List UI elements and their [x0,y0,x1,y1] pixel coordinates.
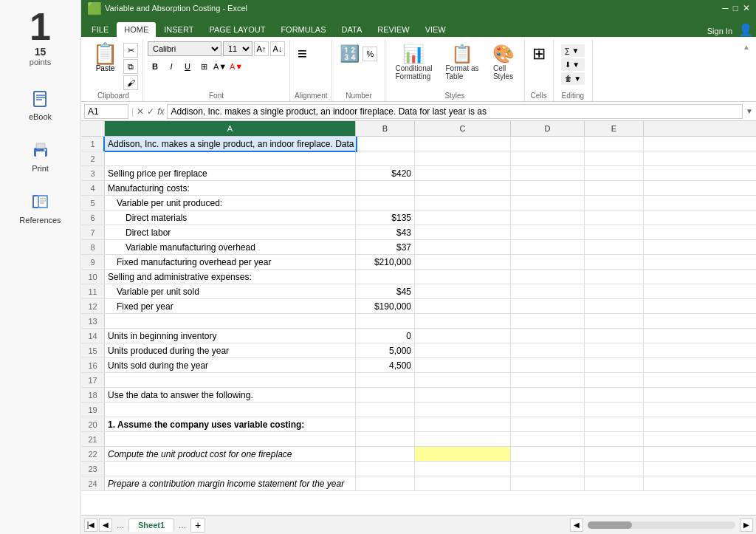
cell-E14[interactable] [585,329,644,343]
cell-D23[interactable] [511,462,585,476]
cell-A8[interactable]: Variable manufacturing overhead [105,240,356,254]
cell-C3[interactable] [415,166,511,180]
cell-C14[interactable] [415,329,511,343]
cell-B21[interactable] [356,432,415,446]
cell-D10[interactable] [511,270,585,284]
col-header-D[interactable]: D [511,121,585,136]
cell-D7[interactable] [511,225,585,239]
cell-D6[interactable] [511,210,585,225]
cell-A22[interactable]: Compute the unit product cost for one fi… [105,447,356,461]
font-name-select[interactable]: Calibri [148,41,221,56]
col-header-C[interactable]: C [415,121,511,136]
cell-B5[interactable] [356,196,415,210]
cell-E24[interactable] [585,476,644,490]
cell-B15[interactable]: 5,000 [356,343,415,357]
cell-C5[interactable] [415,196,511,210]
cell-C4[interactable] [415,181,511,195]
sidebar-item-references[interactable]: References [11,188,70,227]
cell-E5[interactable] [585,196,644,210]
sheet-tab-sheet1[interactable]: Sheet1 [128,518,174,532]
cell-B4[interactable] [356,181,415,195]
font-color-button[interactable]: A▼ [229,59,244,74]
cell-C22[interactable] [415,447,511,461]
cell-D8[interactable] [511,240,585,254]
cell-E12[interactable] [585,299,644,313]
cell-C20[interactable] [415,417,511,431]
minimize-icon[interactable]: ─ [722,3,729,13]
cell-B20[interactable] [356,417,415,431]
cell-D16[interactable] [511,358,585,372]
clear-button[interactable]: 🗑 ▼ [561,72,585,85]
cell-C7[interactable] [415,225,511,239]
cell-D9[interactable] [511,255,585,269]
cell-D14[interactable] [511,329,585,343]
cell-B2[interactable] [356,151,415,165]
tab-home[interactable]: HOME [117,22,156,37]
cell-E3[interactable] [585,166,644,180]
cell-E11[interactable] [585,284,644,298]
cell-D4[interactable] [511,181,585,195]
ribbon-expand-icon[interactable]: ▲ [743,43,750,51]
grid-body[interactable]: 1 Addison, Inc. makes a single product, … [81,137,756,515]
cell-B23[interactable] [356,462,415,476]
cell-C23[interactable] [415,462,511,476]
maximize-icon[interactable]: □ [733,3,738,13]
scroll-thumb[interactable] [588,521,632,529]
cell-D24[interactable] [511,476,585,490]
cell-A23[interactable] [105,462,356,476]
cell-C12[interactable] [415,299,511,313]
cell-B1[interactable] [356,137,415,151]
cell-D21[interactable] [511,432,585,446]
cell-B18[interactable] [356,388,415,402]
number-icon[interactable]: 🔢 [340,44,360,64]
cell-E19[interactable] [585,403,644,417]
cell-E6[interactable] [585,210,644,225]
cell-B6[interactable]: $135 [356,210,415,225]
conditional-formatting-button[interactable]: 📊 ConditionalFormatting [390,41,437,83]
cell-A3[interactable]: Selling price per fireplace [105,166,356,180]
cell-A9[interactable]: Fixed manufacturing overhead per year [105,255,356,269]
cell-E16[interactable] [585,358,644,372]
tab-review[interactable]: REVIEW [370,22,416,37]
cell-B14[interactable]: 0 [356,329,415,343]
cell-C8[interactable] [415,240,511,254]
cell-C6[interactable] [415,210,511,225]
col-header-A[interactable]: A [105,121,356,136]
cell-E23[interactable] [585,462,644,476]
font-shrink-button[interactable]: A↓ [270,41,285,56]
cell-D17[interactable] [511,373,585,387]
cell-E22[interactable] [585,447,644,461]
sidebar-item-print[interactable]: Print [11,136,70,176]
cell-D5[interactable] [511,196,585,210]
format-painter-button[interactable]: 🖌 [123,75,138,90]
formula-bar-check-icon[interactable]: ✓ [147,106,154,117]
copy-button[interactable]: ⧉ [123,59,138,74]
cell-D3[interactable] [511,166,585,180]
cell-B19[interactable] [356,403,415,417]
cell-E17[interactable] [585,373,644,387]
cell-B22[interactable] [356,447,415,461]
autosum-button[interactable]: ∑ ▼ [561,44,585,57]
cell-D11[interactable] [511,284,585,298]
cell-D1[interactable] [511,137,585,151]
cell-C15[interactable] [415,343,511,357]
cut-button[interactable]: ✂ [123,43,138,58]
underline-button[interactable]: U [180,59,195,74]
formula-input[interactable] [167,104,743,119]
cell-A1[interactable]: Addison, Inc. makes a single product, an… [105,137,356,151]
cell-B13[interactable] [356,314,415,328]
cell-C10[interactable] [415,270,511,284]
tab-file[interactable]: FILE [84,22,116,37]
cell-E15[interactable] [585,343,644,357]
cell-D2[interactable] [511,151,585,165]
cell-A20[interactable]: 1. Assume the company uses variable cost… [105,417,356,431]
cell-B11[interactable]: $45 [356,284,415,298]
cell-A11[interactable]: Variable per unit sold [105,284,356,298]
cell-A5[interactable]: Variable per unit produced: [105,196,356,210]
cell-reference-input[interactable] [84,104,128,119]
cell-A10[interactable]: Selling and administrative expenses: [105,270,356,284]
cell-D18[interactable] [511,388,585,402]
tab-data[interactable]: DATA [334,22,370,37]
cell-D15[interactable] [511,343,585,357]
cell-D19[interactable] [511,403,585,417]
